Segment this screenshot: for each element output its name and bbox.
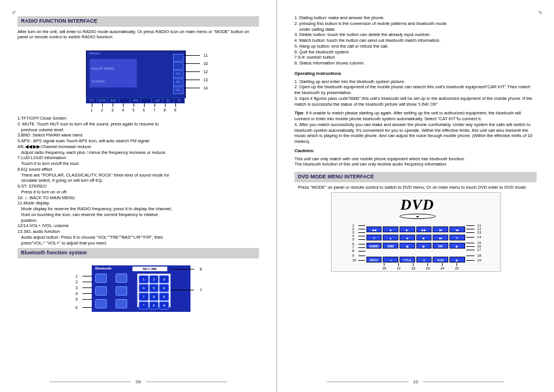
list-item: 5.APS : APS signal scan Touch APS icon, … [17,138,259,144]
radio-time: 12:45AM [92,80,105,84]
keypad-key: # [159,301,169,310]
keypad-key: 5 [149,284,159,292]
keypad-key: 8 [149,293,159,301]
list-item: 6. Quit the bluetooth system. [294,49,537,55]
dvd-btn-ok: OK [433,243,448,249]
list-item: 3.BND :Select FM/AM wave band [17,132,259,138]
callout-number: 6 [143,108,145,113]
list-item: position. [17,218,259,224]
list-item: 3. Delete button: touch the button can d… [294,32,537,38]
dvd-btn: ■ [383,226,398,232]
radio-bbtn: EQ [163,98,174,103]
radio-label: RADIO [89,52,100,56]
dvd-btn: ⏮ [433,226,448,232]
callout-number: 5 [352,238,354,242]
list-item: 2. pressing this button is the conversio… [294,21,537,27]
dvd-button-row-a: ◀◀ ■ ▶ ▶▶ ⏮ ⏭ [366,226,465,232]
radio-right-buttons: VOL SEL VOL [173,54,184,94]
page-left: RADIO FUNCTION INTERFACE After turn on t… [0,0,277,392]
list-item: 8.EQ sound effect [17,167,259,172]
list-item: 11.Mode display [17,200,259,206]
callout-number: 20 [383,267,387,271]
callout-number: 5 [132,108,135,113]
keypad-key: 0 [149,301,159,310]
callout-number: 2 [75,279,78,285]
dvd-btn: ↪ [383,257,398,262]
dvd-btn: ▶ [400,226,415,232]
cautions-text: This unit can only match with one mobile… [294,156,537,168]
list-item: 1. Dialing button: make and answer the p… [294,15,537,21]
list-item: Press it to turn on or off. [17,189,259,195]
list-item: Touch it to turn on/off the loud. [17,161,259,167]
list-item: Audio adjust button. Press it to choose … [17,235,259,240]
dvd-btn: ⟳ [449,235,465,240]
dvd-disc-icon [400,214,436,219]
radio-rbtn: SEL [173,78,184,86]
manual-spread: RADIO FUNCTION INTERFACE After turn on t… [0,0,554,392]
dvd-btn-title: TITLE [400,257,415,262]
dvd-btn: ▶ [416,243,432,249]
list-item: 2. Open up the bluetooth equipment of th… [294,84,537,96]
list-item: 5. Hang up button: end the call or refus… [294,44,537,49]
dvd-btn-num: NUM [433,257,448,262]
dvd-btn: ▶ [449,243,465,249]
callout-number: 1 [91,108,93,113]
radio-bbtn: APS [130,98,141,103]
page-number-right: 10 [277,379,554,385]
callout-number: 3 [75,285,78,290]
dvd-btn: ⟲ [366,235,382,240]
dvd-button-row-d: MENU ↪ TITLE ⟲ NUM ▶ [366,257,465,262]
callout-number: 7 [200,287,202,293]
exit-icon [116,299,127,308]
tips-label: Tips [294,110,303,116]
bluetooth-title: Bluetooth [95,267,111,271]
callout-number: 3 [111,108,114,113]
dvd-btn: ▶▶ [416,226,432,232]
dvd-logo-block: DVD [377,195,458,219]
list-item: press"VOL-" "VOL+" to adjust that you ne… [17,240,259,246]
callout-number: 7 [153,108,156,113]
callout-number: 18 [477,254,481,258]
operating-instructions-title: Operating instructions [294,71,537,77]
keypad-key: 9 [159,293,169,301]
list-item: 12/14.VOL+ /VOL-:volume [17,223,259,229]
callout-number: 21 [397,267,401,271]
callout-number: 17 [477,248,481,253]
callout-number: 14 [203,85,208,91]
dvd-btn: ▶ [416,235,432,240]
keypad-key: 2 [149,275,159,283]
radio-function-list: 1.TFT/OFF:Close Screen2. MUTE :Touch MUT… [17,116,259,246]
dvd-section-title: DVD MODE MENU INTERFACE [294,172,537,182]
list-item: 7.0-#: number button [294,55,537,60]
callout-number: 14 [477,235,481,240]
delete-icon [95,286,107,296]
cautions-label: Cautions: [294,148,537,154]
list-item: circulate select, if going on will turn … [17,178,259,184]
list-item: Hold on touching the icon, can reserve t… [17,212,259,218]
dvd-button-row-b: ⟲ ▲ ■ ▶ ⏭ ⟳ [366,235,465,240]
dvd-btn-audio: AUDIO [366,243,382,249]
radio-bbtn: BND [108,98,119,103]
bluetooth-section-title: Bluetooth function system [17,248,259,258]
radio-bbtn: TFT [86,98,97,103]
callout-number: 6 [75,305,78,310]
dvd-button-row-c: AUDIO OSD ◀ ▶ OK ▶ [366,243,465,249]
radio-frequency: Freq 87.50MHZ [92,67,114,71]
callout-number: 10 [203,61,208,66]
dvd-btn: ⏭ [449,226,465,232]
radio-bbtn: MUTE [97,98,108,103]
callout-number: 8 [200,267,202,272]
list-item: Mode display for reserve the RADIO frequ… [17,206,259,212]
callout-number: 9 [174,108,177,113]
hangup-icon [95,299,107,308]
dvd-btn: ■ [400,235,415,240]
callout-number: 5 [75,297,78,302]
keypad-key: 3 [159,275,169,283]
callout-number: 22 [412,267,416,271]
radio-bbtn [141,98,152,103]
list-item: 13.SEL audio function [17,229,259,235]
list-item: There are "POPULAR, CLASSICALITY, ROCK" … [17,172,259,178]
dial-icon [95,274,107,283]
callout-number: 25 [455,267,459,271]
dvd-logo-text: DVD [377,195,458,215]
